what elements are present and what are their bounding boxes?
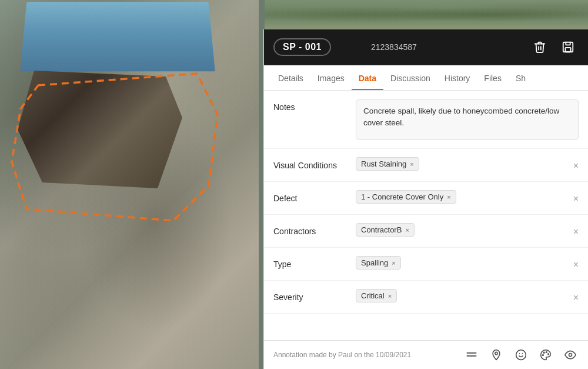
panel-header: SP - 001 2123834587 [264,29,588,65]
type-row: Type Spalling × × [264,248,588,281]
rust-staining-remove[interactable]: × [410,161,413,168]
visual-conditions-clear[interactable]: × [569,157,579,171]
critical-tag[interactable]: Critical × [356,289,397,302]
svg-point-12 [543,355,544,356]
tab-bar: Details Images Data Discussion History F… [264,65,588,91]
contractors-label: Contractors [273,223,356,236]
notes-row: Notes Concrete spall, likely due to hone… [264,91,588,149]
svg-point-10 [548,354,549,355]
type-value: Spalling × [356,256,569,270]
defect-row: Defect 1 - Concrete Cover Only × × [264,182,588,215]
svg-point-6 [516,350,526,360]
contractor-b-remove[interactable]: × [405,227,409,234]
critical-tag-text: Critical [361,291,385,300]
concrete-cover-remove[interactable]: × [447,194,450,201]
background-concrete [0,0,259,369]
rust-staining-tag-text: Rust Staining [361,159,406,168]
tab-discussion[interactable]: Discussion [383,65,437,90]
svg-point-5 [495,352,497,354]
delete-button[interactable] [529,36,550,58]
save-button[interactable] [557,36,579,58]
visual-conditions-label: Visual Conditions [273,157,356,170]
tab-files[interactable]: Files [477,65,509,90]
contractor-b-tag[interactable]: ContractorB × [356,223,415,237]
hamburger-icon[interactable] [463,347,480,363]
tab-sh[interactable]: Sh [509,65,533,90]
svg-point-11 [543,352,544,353]
contractor-b-tag-text: ContractorB [361,225,402,234]
severity-row: Severity Critical × × [264,281,588,314]
severity-value: Critical × [356,289,569,302]
visual-conditions-row: Visual Conditions Rust Staining × × [264,149,588,182]
rust-staining-tag[interactable]: Rust Staining × [356,157,419,171]
svg-point-9 [546,352,547,353]
eye-icon[interactable] [562,347,579,363]
header-actions [529,36,579,58]
severity-clear[interactable]: × [569,289,579,303]
panel-content: Notes Concrete spall, likely due to hone… [264,91,588,340]
visual-conditions-value: Rust Staining × [356,157,569,171]
palette-icon[interactable] [537,347,554,363]
tab-data[interactable]: Data [352,65,383,90]
defect-value: 1 - Concrete Cover Only × [356,190,569,204]
concrete-beam [20,2,215,71]
notes-label: Notes [273,99,356,112]
spalling-tag[interactable]: Spalling × [356,256,401,270]
critical-remove[interactable]: × [388,292,392,300]
concrete-cover-tag-text: 1 - Concrete Cover Only [361,192,443,201]
contractors-row: Contractors ContractorB × × [264,215,588,248]
spalling-tag-text: Spalling [361,258,388,267]
svg-marker-0 [12,74,218,221]
tab-history[interactable]: History [437,65,477,90]
svg-rect-2 [565,48,570,52]
defect-clear[interactable]: × [569,190,579,204]
item-id-badge: SP - 001 [273,38,331,56]
type-clear[interactable]: × [569,256,579,270]
pin-icon[interactable] [488,347,505,363]
top-image-strip [265,0,588,29]
annotation-credit: Annotation made by Paul on the 10/09/202… [273,351,411,359]
type-label: Type [273,256,356,269]
svg-point-13 [569,354,572,357]
panel-id-section: SP - 001 2123834587 [273,38,417,56]
defect-label: Defect [273,190,356,203]
contractors-clear[interactable]: × [569,223,579,237]
spalling-remove[interactable]: × [392,260,395,267]
tab-details[interactable]: Details [271,65,310,90]
severity-label: Severity [273,289,356,302]
phone-number: 2123834587 [371,42,417,52]
annotation-polygon [9,68,226,232]
contractors-value: ContractorB × [356,223,569,237]
concrete-cover-tag[interactable]: 1 - Concrete Cover Only × [356,190,456,204]
detail-panel: SP - 001 2123834587 Deta [263,29,588,369]
panel-footer: Annotation made by Paul on the 10/09/202… [264,340,588,369]
footer-actions [463,347,579,363]
notes-value[interactable]: Concrete spall, likely due to honeycombe… [356,99,579,140]
face-icon[interactable] [513,347,529,363]
tab-images[interactable]: Images [310,65,352,90]
